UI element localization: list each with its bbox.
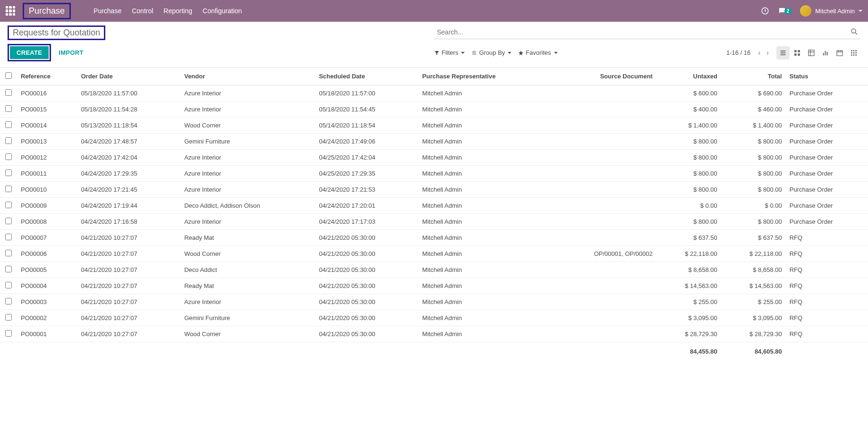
- brand-title[interactable]: Purchase: [29, 6, 65, 16]
- filters-button[interactable]: Filters: [434, 49, 465, 56]
- search-input[interactable]: [434, 25, 860, 39]
- cell-rep: Mitchell Admin: [418, 326, 549, 342]
- view-kanban-icon[interactable]: [791, 46, 804, 59]
- table-row[interactable]: PO0000504/21/2020 10:27:07Deco Addict04/…: [0, 262, 868, 278]
- col-purchase-rep[interactable]: Purchase Representative: [418, 68, 549, 85]
- cell-source: [549, 262, 656, 278]
- import-link[interactable]: IMPORT: [59, 49, 83, 56]
- row-checkbox[interactable]: [5, 330, 12, 337]
- cell-reference: PO00002: [17, 310, 77, 326]
- row-checkbox[interactable]: [5, 137, 12, 144]
- cell-reference: PO00013: [17, 134, 77, 150]
- cell-vendor: Deco Addict: [180, 262, 315, 278]
- cell-scheduled: 04/24/2020 17:49:06: [315, 134, 418, 150]
- table-row[interactable]: PO0000404/21/2020 10:27:07Ready Mat04/21…: [0, 278, 868, 294]
- table-row[interactable]: PO0000604/21/2020 10:27:07Wood Corner04/…: [0, 246, 868, 262]
- nav-item-reporting[interactable]: Reporting: [163, 7, 192, 15]
- table-row[interactable]: PO0000304/21/2020 10:27:07Azure Interior…: [0, 294, 868, 310]
- col-status[interactable]: Status: [786, 68, 868, 85]
- chevron-down-icon: [508, 52, 511, 54]
- row-checkbox[interactable]: [5, 282, 12, 288]
- cell-source: [549, 166, 656, 182]
- cell-untaxed: $ 800.00: [656, 166, 721, 182]
- view-pivot-icon[interactable]: [805, 46, 818, 59]
- row-checkbox[interactable]: [5, 186, 12, 192]
- cell-source: [549, 214, 656, 230]
- col-order-date[interactable]: Order Date: [77, 68, 181, 85]
- col-source-doc[interactable]: Source Document: [549, 68, 656, 85]
- row-checkbox[interactable]: [5, 169, 12, 176]
- cell-order-date: 04/24/2020 17:21:45: [77, 182, 181, 198]
- col-reference[interactable]: Reference: [17, 68, 77, 85]
- cell-vendor: Wood Corner: [180, 246, 315, 262]
- cell-rep: Mitchell Admin: [418, 118, 549, 134]
- col-total[interactable]: Total: [721, 68, 786, 85]
- nav-menu: Purchase Control Reporting Configuration: [94, 7, 242, 15]
- table-row[interactable]: PO0000204/21/2020 10:27:07Gemini Furnitu…: [0, 310, 868, 326]
- table-row[interactable]: PO0000104/21/2020 10:27:07Wood Corner04/…: [0, 326, 868, 342]
- row-checkbox[interactable]: [5, 89, 12, 96]
- table-row[interactable]: PO0001204/24/2020 17:42:04Azure Interior…: [0, 150, 868, 166]
- cell-reference: PO00011: [17, 166, 77, 182]
- row-checkbox[interactable]: [5, 218, 12, 224]
- cell-vendor: Ready Mat: [180, 230, 315, 246]
- col-scheduled-date[interactable]: Scheduled Date: [315, 68, 418, 85]
- col-untaxed[interactable]: Untaxed: [656, 68, 721, 85]
- nav-item-purchase[interactable]: Purchase: [94, 7, 121, 15]
- table-row[interactable]: PO0001304/24/2020 17:48:57Gemini Furnitu…: [0, 134, 868, 150]
- nav-item-control[interactable]: Control: [132, 7, 153, 15]
- cell-rep: Mitchell Admin: [418, 134, 549, 150]
- cell-rep: Mitchell Admin: [418, 198, 549, 214]
- activity-icon[interactable]: [761, 7, 769, 15]
- search-icon[interactable]: [850, 27, 859, 36]
- row-checkbox[interactable]: [5, 234, 12, 240]
- nav-item-configuration[interactable]: Configuration: [203, 7, 242, 15]
- cell-untaxed: $ 0.00: [656, 198, 721, 214]
- svg-rect-15: [853, 52, 855, 53]
- cell-total: $ 8,658.00: [721, 262, 786, 278]
- row-checkbox[interactable]: [5, 105, 12, 112]
- row-checkbox[interactable]: [5, 202, 12, 208]
- svg-point-1: [851, 29, 856, 33]
- create-button[interactable]: CREATE: [10, 46, 49, 59]
- table-row[interactable]: PO0001605/18/2020 11:57:00Azure Interior…: [0, 85, 868, 101]
- table-row[interactable]: PO0000804/24/2020 17:16:58Azure Interior…: [0, 214, 868, 230]
- cell-total: $ 22,118.00: [721, 246, 786, 262]
- table-row[interactable]: PO0000704/21/2020 10:27:07Ready Mat04/21…: [0, 230, 868, 246]
- cell-order-date: 04/21/2020 10:27:07: [77, 230, 181, 246]
- table-row[interactable]: PO0001405/13/2020 11:18:54Wood Corner05/…: [0, 118, 868, 134]
- cell-order-date: 04/21/2020 10:27:07: [77, 326, 181, 342]
- view-list-icon[interactable]: [776, 46, 790, 59]
- row-checkbox[interactable]: [5, 266, 12, 272]
- row-checkbox[interactable]: [5, 314, 12, 321]
- user-menu[interactable]: Mitchell Admin: [800, 5, 862, 17]
- table-row[interactable]: PO0001104/24/2020 17:29:35Azure Interior…: [0, 166, 868, 182]
- row-checkbox[interactable]: [5, 298, 12, 304]
- view-graph-icon[interactable]: [819, 46, 832, 59]
- table-row[interactable]: PO0000904/24/2020 17:19:44Deco Addict, A…: [0, 198, 868, 214]
- row-checkbox[interactable]: [5, 121, 12, 128]
- table-row[interactable]: PO0001505/18/2020 11:54:28Azure Interior…: [0, 101, 868, 118]
- svg-rect-9: [827, 52, 828, 55]
- apps-icon[interactable]: [6, 6, 15, 16]
- row-checkbox[interactable]: [5, 250, 12, 256]
- select-all-checkbox[interactable]: [5, 72, 12, 79]
- view-calendar-icon[interactable]: [833, 46, 846, 59]
- cell-total: $ 28,729.30: [721, 326, 786, 342]
- cell-status: RFQ: [786, 278, 868, 294]
- cell-scheduled: 04/24/2020 17:20:01: [315, 198, 418, 214]
- pager-text[interactable]: 1-16 / 16: [726, 49, 750, 56]
- groupby-button[interactable]: Group By: [471, 49, 511, 56]
- table-row[interactable]: PO0001004/24/2020 17:21:45Azure Interior…: [0, 182, 868, 198]
- cell-scheduled: 04/21/2020 05:30:00: [315, 326, 418, 342]
- col-vendor[interactable]: Vendor: [180, 68, 315, 85]
- favorites-button[interactable]: Favorites: [518, 49, 557, 56]
- pager-prev[interactable]: ‹: [758, 49, 760, 57]
- cell-total: $ 637.50: [721, 230, 786, 246]
- view-activity-icon[interactable]: [847, 46, 860, 59]
- messages-icon[interactable]: 2: [778, 7, 792, 15]
- messages-badge: 2: [784, 8, 792, 14]
- pager-next[interactable]: ›: [766, 49, 769, 57]
- cell-total: $ 0.00: [721, 198, 786, 214]
- row-checkbox[interactable]: [5, 153, 12, 160]
